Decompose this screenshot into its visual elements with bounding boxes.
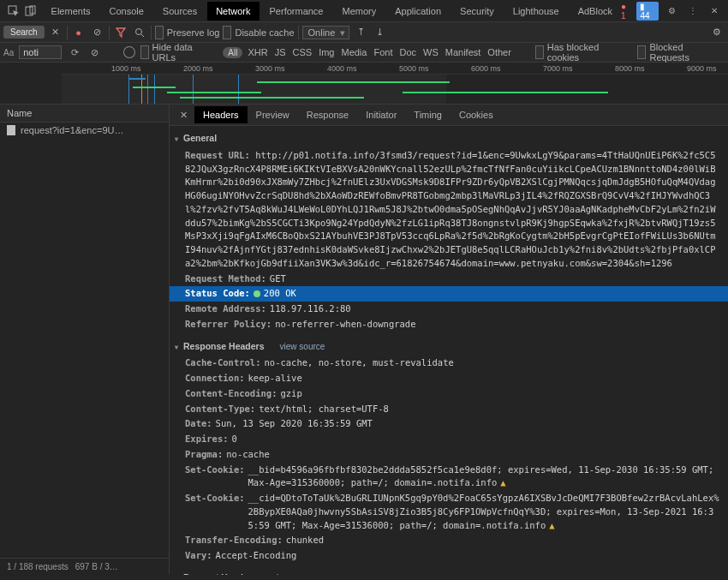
tab-memory[interactable]: Memory xyxy=(334,2,385,21)
filter-ws[interactable]: WS xyxy=(423,47,439,57)
header-row: Transfer-Encoding:chunked xyxy=(170,533,728,548)
filter-xhr[interactable]: XHR xyxy=(248,47,267,57)
subtab-response[interactable]: Response xyxy=(298,106,358,123)
general-section[interactable]: General xyxy=(170,129,728,148)
record-icon[interactable]: ● xyxy=(71,25,87,40)
name-column-header[interactable]: Name xyxy=(0,105,169,123)
device-icon[interactable] xyxy=(22,2,39,21)
tab-performance[interactable]: Performance xyxy=(261,2,332,21)
request-headers-section[interactable]: Request Headersview source xyxy=(170,569,728,575)
subtab-timing[interactable]: Timing xyxy=(405,106,451,123)
error-count[interactable]: ● 1 xyxy=(621,2,631,21)
filter-manifest[interactable]: Manifest xyxy=(445,47,481,57)
filter-media[interactable]: Media xyxy=(341,47,367,57)
view-source-link[interactable]: view source xyxy=(272,571,318,575)
filter-img[interactable]: Img xyxy=(319,47,334,57)
clear-search-icon[interactable]: ⊘ xyxy=(87,45,103,60)
settings-gear-icon[interactable]: ⚙ xyxy=(709,25,725,40)
request-url-row: Request URL: http://p01.notifa.info/3fsm… xyxy=(170,148,728,272)
disable-cache-checkbox[interactable]: Disable cache xyxy=(223,26,294,39)
tab-network[interactable]: Network xyxy=(207,2,259,21)
header-row: Set-Cookie:__bid=b4596a96fbfbf8302be2ddd… xyxy=(170,463,728,492)
filter-css[interactable]: CSS xyxy=(293,47,313,57)
timeline[interactable]: 1000 ms2000 ms3000 ms4000 ms5000 ms6000 … xyxy=(0,63,728,105)
response-headers-section[interactable]: Response Headersview source xyxy=(170,338,728,356)
clear-icon[interactable]: ⊘ xyxy=(90,25,105,40)
tab-console[interactable]: Console xyxy=(100,2,152,21)
refresh-icon[interactable]: ⟳ xyxy=(67,45,82,60)
subtab-cookies[interactable]: Cookies xyxy=(451,106,502,123)
hide-data-urls-checkbox[interactable]: Hide data URLs xyxy=(140,42,218,63)
tab-elements[interactable]: Elements xyxy=(43,2,99,21)
search-icon[interactable] xyxy=(132,25,147,40)
blocked-requests-checkbox[interactable]: Blocked Requests xyxy=(637,42,725,63)
blocked-cookies-checkbox[interactable]: Has blocked cookies xyxy=(535,42,633,63)
filter-font[interactable]: Font xyxy=(373,47,392,57)
message-count[interactable]: ▮ 44 xyxy=(636,2,658,21)
main-tabs: ElementsConsoleSourcesNetworkPerformance… xyxy=(43,2,621,21)
svg-point-3 xyxy=(135,28,141,34)
match-case[interactable]: Aa xyxy=(3,48,14,57)
tab-sources[interactable]: Sources xyxy=(154,2,206,21)
filter-doc[interactable]: Doc xyxy=(399,47,416,57)
subtab-headers[interactable]: Headers xyxy=(194,106,248,123)
view-source-link[interactable]: view source xyxy=(280,340,325,353)
search-input[interactable] xyxy=(19,45,62,59)
headers-panel: General Request URL: http://p01.notifa.i… xyxy=(170,126,728,575)
subtab-initiator[interactable]: Initiator xyxy=(357,106,405,123)
filter-js[interactable]: JS xyxy=(275,47,286,57)
tab-security[interactable]: Security xyxy=(451,2,503,21)
filter-circle-icon[interactable] xyxy=(123,46,135,58)
upload-icon[interactable]: ⤒ xyxy=(353,25,368,40)
status-code-row[interactable]: Status Code:200 OK xyxy=(170,286,728,302)
tab-application[interactable]: Application xyxy=(386,2,450,21)
close-search-icon[interactable]: ✕ xyxy=(48,25,63,40)
header-row: Content-Type:text/html; charset=UTF-8 xyxy=(170,402,728,417)
tab-lighthouse[interactable]: Lighthouse xyxy=(504,2,568,21)
header-row: Pragma:no-cache xyxy=(170,447,728,463)
request-row[interactable]: request?id=1&enc=9U… xyxy=(0,123,169,138)
header-row: Content-Encoding:gzip xyxy=(170,386,728,402)
requests-footer: 1 / 188 requests 697 B / 3… xyxy=(0,558,169,575)
subtab-preview[interactable]: Preview xyxy=(248,106,298,123)
filter-other[interactable]: Other xyxy=(487,47,511,57)
download-icon[interactable]: ⤓ xyxy=(372,25,387,40)
header-row: Vary:Accept-Encoding xyxy=(170,548,728,564)
filter-icon[interactable] xyxy=(113,25,128,40)
close-icon[interactable]: ✕ xyxy=(707,2,723,21)
throttle-select[interactable]: Online xyxy=(302,26,350,39)
header-row: Connection:keep-alive xyxy=(170,371,728,386)
close-details-icon[interactable]: ✕ xyxy=(173,110,194,121)
tab-adblock[interactable]: AdBlock xyxy=(570,2,621,21)
request-name: request?id=1&enc=9U… xyxy=(21,125,123,135)
preserve-log-checkbox[interactable]: Preserve log xyxy=(155,26,220,39)
settings-icon[interactable]: ⚙ xyxy=(664,2,680,21)
file-icon xyxy=(7,125,15,135)
header-row: Set-Cookie:__cid=QDtoToTaUk%2BuGRLIUNpnK… xyxy=(170,491,728,533)
header-row: Date:Sun, 13 Sep 2020 16:35:59 GMT xyxy=(170,416,728,432)
search-button[interactable]: Search xyxy=(3,26,45,39)
svg-line-4 xyxy=(141,34,144,37)
more-icon[interactable]: ⋮ xyxy=(685,2,701,21)
inspect-icon[interactable] xyxy=(5,2,22,21)
header-row: Cache-Control:no-cache, no-store, must-r… xyxy=(170,356,728,371)
filter-all[interactable]: All xyxy=(223,47,242,58)
header-row: Expires:0 xyxy=(170,432,728,447)
